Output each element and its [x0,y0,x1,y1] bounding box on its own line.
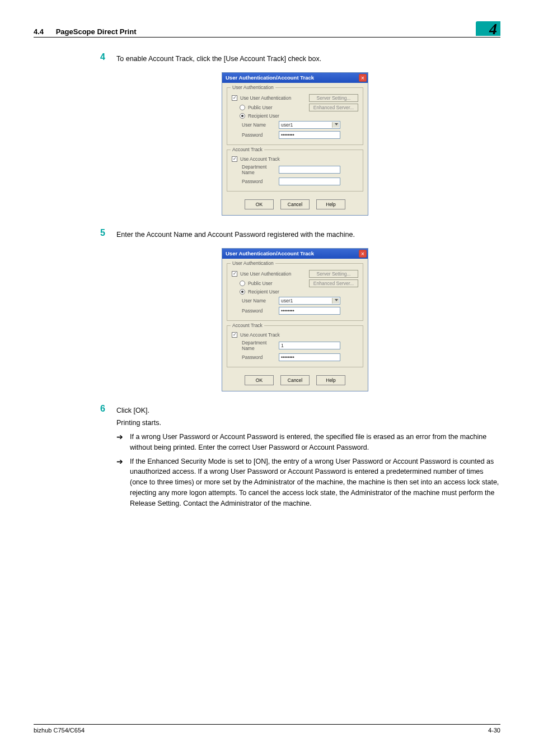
password-label: Password [242,308,279,314]
chevron-down-icon [335,123,338,125]
username-input[interactable]: user1 [279,121,340,129]
close-icon[interactable]: × [359,250,367,258]
step-text: To enable Account Track, click the [Use … [116,52,500,64]
footer-divider [34,724,500,725]
step-5: 5 Enter the Account Name and Account Pas… [90,228,500,240]
username-value: user1 [281,298,293,304]
ok-button[interactable]: OK [245,375,274,385]
account-password-label: Password [242,179,279,184]
recipient-user-label: Recipient User [248,113,279,119]
dialog-titlebar: User Authentication/Account Track × [222,73,368,83]
username-input[interactable]: user1 [279,297,340,305]
use-account-track-label: Use Account Track [240,332,280,338]
footer-right: 4-30 [488,727,500,734]
chevron-down-icon [335,299,338,301]
public-user-radio[interactable] [240,281,245,286]
account-password-label: Password [242,354,279,360]
step-6-details: Printing starts. ➔ If a wrong User Passw… [90,418,500,508]
use-user-auth-label: Use User Authentication [240,271,291,277]
recipient-user-label: Recipient User [248,289,279,295]
department-name-value: 1 [281,343,284,348]
enhanced-server-button[interactable]: Enhanced Server... [309,279,358,287]
use-user-auth-checkbox[interactable] [232,95,237,101]
step-number: 5 [90,228,105,240]
password-value: •••••••• [281,132,294,138]
cancel-button[interactable]: Cancel [280,199,310,209]
public-user-label: Public User [248,105,272,110]
recipient-user-radio[interactable] [240,113,245,119]
chapter-number: 4 [489,20,497,38]
step-text: Click [OK]. [116,404,500,416]
arrow-icon: ➔ [116,456,125,509]
use-user-auth-checkbox[interactable] [232,271,237,277]
cancel-button[interactable]: Cancel [280,375,310,385]
group-legend: User Authentication [231,85,275,90]
chapter-tab: 4 [476,19,500,36]
server-setting-button[interactable]: Server Setting... [309,270,358,278]
bullet-text: If the Enhanced Security Mode is set to … [130,456,500,509]
dialog-title: User Authentication/Account Track [226,250,314,256]
department-name-input[interactable]: 1 [279,342,340,349]
user-auth-group: User Authentication Use User Authenticat… [227,87,363,145]
public-user-label: Public User [248,281,272,286]
password-value: •••••••• [281,308,294,314]
bullet-text: If a wrong User Password or Account Pass… [130,432,500,453]
username-label: User Name [242,122,279,128]
step-number: 4 [90,52,105,64]
account-password-input[interactable]: •••••••• [279,353,340,361]
arrow-icon: ➔ [116,432,125,453]
public-user-radio[interactable] [240,105,245,110]
password-label: Password [242,132,279,138]
account-track-group: Account Track Use Account Track Departme… [227,325,363,367]
group-legend: Account Track [231,323,264,328]
auth-dialog-1: User Authentication/Account Track × User… [222,72,368,216]
section-heading: 4.4 PageScope Direct Print [34,27,136,36]
department-name-input[interactable] [279,166,340,174]
user-auth-group: User Authentication Use User Authenticat… [227,263,363,321]
section-number: 4.4 [34,27,44,36]
step-6: 6 Click [OK]. [90,404,500,416]
ok-button[interactable]: OK [245,199,274,209]
password-input[interactable]: •••••••• [279,131,340,139]
username-value: user1 [281,122,293,128]
group-legend: User Authentication [231,260,275,266]
account-track-group: Account Track Use Account Track Departme… [227,150,363,192]
account-password-value: •••••••• [281,354,294,360]
department-name-label: Department Name [242,340,279,351]
recipient-user-radio[interactable] [240,289,245,295]
help-button[interactable]: Help [316,375,345,385]
use-account-track-checkbox[interactable] [232,156,237,162]
enhanced-server-button[interactable]: Enhanced Server... [309,104,358,111]
account-password-input[interactable] [279,178,340,185]
step-4: 4 To enable Account Track, click the [Us… [90,52,500,64]
username-label: User Name [242,298,279,304]
close-icon[interactable]: × [359,74,367,82]
step-number: 6 [90,404,105,416]
step-6-line2: Printing starts. [116,418,500,428]
use-account-track-label: Use Account Track [240,156,280,162]
dialog-title: User Authentication/Account Track [226,74,314,81]
section-title: PageScope Direct Print [56,27,137,36]
footer-left: bizhub C754/C654 [34,727,85,734]
department-name-label: Department Name [242,164,279,175]
group-legend: Account Track [231,147,264,152]
step-text: Enter the Account Name and Account Passw… [116,228,500,240]
use-user-auth-label: Use User Authentication [240,95,291,101]
password-input[interactable]: •••••••• [279,307,340,315]
server-setting-button[interactable]: Server Setting... [309,94,358,102]
help-button[interactable]: Help [316,199,345,209]
auth-dialog-2: User Authentication/Account Track × User… [222,248,368,391]
use-account-track-checkbox[interactable] [232,332,237,338]
dialog-titlebar: User Authentication/Account Track × [222,249,368,259]
